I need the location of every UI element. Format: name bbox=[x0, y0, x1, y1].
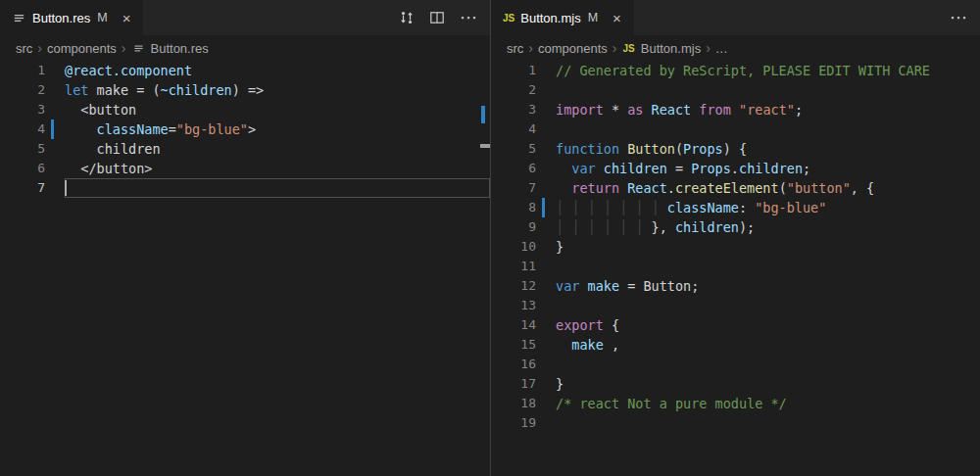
code-line[interactable]: 6 var children = Props.children; bbox=[491, 159, 980, 178]
code-line[interactable]: 5function Button(Props) { bbox=[491, 139, 980, 159]
gutter bbox=[536, 296, 556, 315]
code-line-text[interactable]: </button> bbox=[65, 159, 490, 178]
code-line[interactable]: 13 bbox=[491, 296, 980, 315]
code-line[interactable]: 16 bbox=[491, 355, 980, 374]
code-line[interactable]: 18/* react Not a pure module */ bbox=[491, 394, 980, 413]
gutter bbox=[45, 139, 65, 159]
code-line-text[interactable] bbox=[556, 296, 980, 315]
code-line-text[interactable]: children bbox=[65, 139, 490, 159]
code-line-text[interactable]: var children = Props.children; bbox=[556, 159, 980, 178]
editor-actions-left: ⋯ bbox=[399, 0, 490, 35]
code-editor-left[interactable]: 1@react.component2let make = (~children)… bbox=[0, 61, 490, 476]
line-number: 9 bbox=[491, 217, 536, 237]
code-line[interactable]: 17} bbox=[491, 374, 980, 394]
gutter bbox=[536, 335, 556, 355]
code-line-text[interactable] bbox=[556, 413, 980, 433]
line-number: 17 bbox=[491, 374, 536, 394]
more-actions-icon[interactable]: ⋯ bbox=[460, 9, 477, 26]
code-line-text[interactable]: var make = Button; bbox=[556, 276, 980, 296]
code-line-text[interactable]: export { bbox=[556, 315, 980, 335]
code-line[interactable]: 6 </button> bbox=[0, 159, 490, 178]
code-line[interactable]: 5 children bbox=[0, 139, 490, 159]
code-line[interactable]: 15 make , bbox=[491, 335, 980, 355]
gutter bbox=[536, 355, 556, 374]
gutter bbox=[45, 119, 65, 139]
code-line-text[interactable]: className="bg-blue"> bbox=[65, 119, 490, 139]
breadcrumb-item-file[interactable]: Button.res bbox=[151, 41, 209, 56]
line-number: 3 bbox=[0, 100, 45, 119]
overview-ruler-right[interactable] bbox=[970, 61, 980, 476]
code-line[interactable]: 1@react.component bbox=[0, 61, 490, 80]
line-number: 4 bbox=[0, 119, 45, 139]
code-line-text[interactable]: function Button(Props) { bbox=[556, 139, 980, 159]
code-line[interactable]: 8│ │ │ │ │ │ │ className: "bg-blue" bbox=[491, 198, 980, 217]
breadcrumb-item-file[interactable]: Button.mjs bbox=[641, 41, 701, 56]
editor-group-left: Button.res M × ⋯ bbox=[0, 0, 490, 476]
tab-button-mjs[interactable]: JS Button.mjs M × bbox=[491, 0, 634, 35]
open-changes-icon[interactable] bbox=[399, 10, 415, 25]
code-line[interactable]: 11 bbox=[491, 257, 980, 276]
line-number: 6 bbox=[491, 159, 536, 178]
code-line[interactable]: 9│ │ │ │ │ │ }, children); bbox=[491, 217, 980, 237]
code-line-text[interactable] bbox=[556, 80, 980, 100]
code-line[interactable]: 10} bbox=[491, 237, 980, 257]
editor-actions-right: ⋯ bbox=[950, 0, 980, 35]
close-icon[interactable]: × bbox=[120, 10, 134, 26]
line-number: 2 bbox=[0, 80, 45, 100]
code-line-text[interactable]: @react.component bbox=[65, 61, 490, 80]
code-line[interactable]: 2 bbox=[491, 80, 980, 100]
text-file-icon bbox=[12, 11, 26, 25]
code-line[interactable]: 12var make = Button; bbox=[491, 276, 980, 296]
code-editor-right[interactable]: 1// Generated by ReScript, PLEASE EDIT W… bbox=[491, 61, 980, 476]
line-number: 15 bbox=[491, 335, 536, 355]
code-line-text[interactable]: return React.createElement("button", { bbox=[556, 178, 980, 198]
breadcrumb-item-src[interactable]: src bbox=[16, 41, 32, 56]
breadcrumb-item-symbol-ellipsis[interactable]: … bbox=[715, 41, 728, 56]
breadcrumb-item-components[interactable]: components bbox=[47, 41, 117, 56]
code-line[interactable]: 7 return React.createElement("button", { bbox=[491, 178, 980, 198]
code-line-text[interactable] bbox=[65, 178, 490, 198]
code-line-text[interactable]: <button bbox=[65, 100, 490, 119]
gutter bbox=[536, 276, 556, 296]
split-editor-icon[interactable] bbox=[429, 10, 445, 25]
close-icon[interactable]: × bbox=[610, 10, 624, 26]
code-line[interactable]: 4 bbox=[491, 119, 980, 139]
more-actions-icon[interactable]: ⋯ bbox=[950, 9, 967, 26]
gutter bbox=[536, 394, 556, 413]
code-line[interactable]: 1// Generated by ReScript, PLEASE EDIT W… bbox=[491, 61, 980, 80]
git-status-badge: M bbox=[97, 11, 107, 24]
code-line-text[interactable] bbox=[556, 257, 980, 276]
code-line[interactable]: 3import * as React from "react"; bbox=[491, 100, 980, 119]
code-line-text[interactable]: let make = (~children) => bbox=[65, 80, 490, 100]
code-line[interactable]: 2let make = (~children) => bbox=[0, 80, 490, 100]
javascript-file-icon: JS bbox=[503, 13, 514, 24]
tab-button-res[interactable]: Button.res M × bbox=[0, 0, 143, 35]
git-status-badge: M bbox=[588, 11, 598, 24]
code-line[interactable]: 4 className="bg-blue"> bbox=[0, 119, 490, 139]
code-line-text[interactable] bbox=[556, 355, 980, 374]
code-line-text[interactable]: import * as React from "react"; bbox=[556, 100, 980, 119]
gutter bbox=[536, 217, 556, 237]
breadcrumb-item-components[interactable]: components bbox=[538, 41, 608, 56]
breadcrumb-item-src[interactable]: src bbox=[507, 41, 523, 56]
code-line-text[interactable]: /* react Not a pure module */ bbox=[556, 394, 980, 413]
code-line[interactable]: 3 <button bbox=[0, 100, 490, 119]
code-line-text[interactable]: } bbox=[556, 237, 980, 257]
code-line[interactable]: 14export { bbox=[491, 315, 980, 335]
overview-ruler-left[interactable] bbox=[480, 61, 490, 476]
code-line-text[interactable]: │ │ │ │ │ │ │ className: "bg-blue" bbox=[556, 198, 980, 217]
line-number: 2 bbox=[491, 80, 536, 100]
code-line-text[interactable]: │ │ │ │ │ │ }, children); bbox=[556, 217, 980, 237]
code-line-text[interactable]: // Generated by ReScript, PLEASE EDIT WI… bbox=[556, 61, 980, 80]
breadcrumb-right: src › components › JS Button.mjs › … bbox=[491, 35, 980, 61]
gutter bbox=[45, 100, 65, 119]
code-line-text[interactable]: make , bbox=[556, 335, 980, 355]
gutter bbox=[536, 159, 556, 178]
tab-bar-right: JS Button.mjs M × ⋯ bbox=[491, 0, 980, 35]
code-line[interactable]: 19 bbox=[491, 413, 980, 433]
code-line-text[interactable] bbox=[556, 119, 980, 139]
code-line[interactable]: 7 bbox=[0, 178, 490, 198]
chevron-right-icon: › bbox=[612, 41, 617, 55]
code-line-text[interactable]: } bbox=[556, 374, 980, 394]
gutter bbox=[536, 178, 556, 198]
